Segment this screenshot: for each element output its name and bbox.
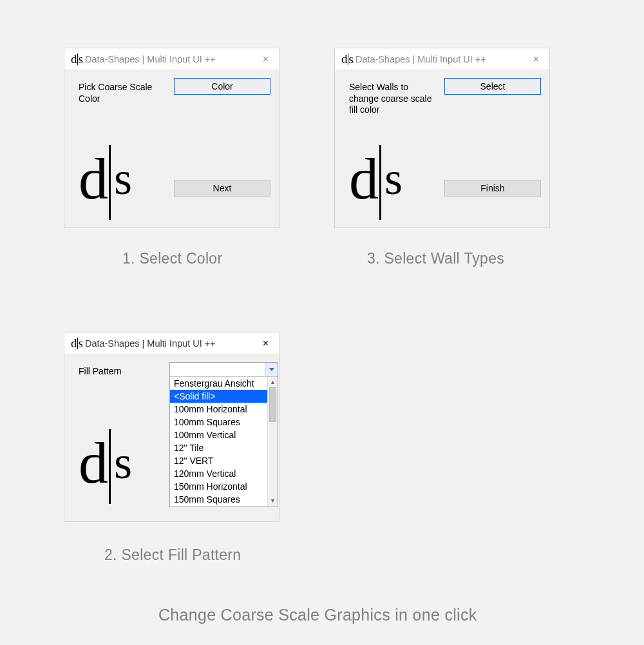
finish-button-label: Finish <box>480 183 504 193</box>
dropdown-item[interactable]: 120mm Vertical <box>170 467 278 480</box>
dialog-fill-pattern: ds Data-Shapes | Multi Input UI ++ × Fil… <box>64 332 279 522</box>
dropdown-item[interactable]: 100mm Squares <box>170 416 278 428</box>
dropdown-item[interactable]: 12" Tile <box>170 441 278 454</box>
scroll-down-icon[interactable]: ▼ <box>268 496 278 506</box>
dialog-title: Data-Shapes | Multi Input UI ++ <box>85 54 216 64</box>
finish-button[interactable]: Finish <box>444 180 541 197</box>
dropdown-item[interactable]: <Solid fill> <box>170 390 278 403</box>
dialog-title: Data-Shapes | Multi Input UI ++ <box>85 338 216 349</box>
dialog-body: Pick Coarse Scale Color Color ds Next <box>64 70 279 227</box>
dropdown-list[interactable]: Fenstergrau Ansicht<Solid fill>100mm Hor… <box>170 377 278 506</box>
dropdown-item[interactable]: 12" VERT <box>170 454 278 467</box>
ds-logo-icon: ds <box>71 52 82 66</box>
caption-step1: 1. Select Color <box>122 250 222 267</box>
ds-logo-icon: ds <box>79 141 132 216</box>
close-icon[interactable]: × <box>259 335 272 352</box>
dialog-body: Fill Pattern ds Fenstergrau Ansicht<Soli… <box>64 354 279 521</box>
dropdown-top[interactable] <box>170 363 278 377</box>
ds-logo-icon: ds <box>79 425 132 500</box>
caption-step2: 2. Select Fill Pattern <box>104 546 241 564</box>
ds-logo-icon: ds <box>341 52 353 66</box>
select-button[interactable]: Select <box>444 78 541 95</box>
dialog-titlebar: ds Data-Shapes | Multi Input UI ++ × <box>335 48 549 70</box>
dialog-body: Select Walls to change coarse scale fill… <box>335 70 549 227</box>
dialog-select-walls: ds Data-Shapes | Multi Input UI ++ × Sel… <box>334 48 550 228</box>
caption-step3: 3. Select Wall Types <box>367 250 504 267</box>
color-button-label: Color <box>211 81 232 91</box>
prompt-label: Pick Coarse Scale Color <box>79 82 162 104</box>
prompt-label: Fill Pattern <box>79 366 162 378</box>
next-button-label: Next <box>213 183 232 193</box>
dialog-select-color: ds Data-Shapes | Multi Input UI ++ × Pic… <box>64 48 279 228</box>
footer-caption: Change Coarse Scale Graphics in one clic… <box>158 606 477 624</box>
close-icon[interactable]: × <box>259 51 272 68</box>
dropdown-item[interactable]: 150mm Horizontal <box>170 480 278 493</box>
ds-logo-icon: ds <box>71 336 82 351</box>
fill-pattern-dropdown[interactable]: Fenstergrau Ansicht<Solid fill>100mm Hor… <box>169 362 278 507</box>
select-button-label: Select <box>480 81 506 91</box>
ds-logo-icon: ds <box>349 141 402 216</box>
color-button[interactable]: Color <box>174 78 270 95</box>
scroll-thumb[interactable] <box>269 387 276 422</box>
prompt-label: Select Walls to change coarse scale fill… <box>349 82 433 116</box>
dialog-title: Data-Shapes | Multi Input UI ++ <box>355 54 486 64</box>
dropdown-item[interactable]: Fenstergrau Ansicht <box>170 377 278 390</box>
next-button[interactable]: Next <box>174 180 270 197</box>
dropdown-item[interactable]: 150mm Squares <box>170 493 278 506</box>
close-icon[interactable]: × <box>529 51 543 68</box>
dropdown-item[interactable]: 100mm Horizontal <box>170 403 278 416</box>
dropdown-item[interactable]: 100mm Vertical <box>170 428 278 441</box>
dialog-titlebar: ds Data-Shapes | Multi Input UI ++ × <box>64 48 279 70</box>
dialog-titlebar: ds Data-Shapes | Multi Input UI ++ × <box>64 332 279 354</box>
scrollbar[interactable]: ▲ ▼ <box>267 377 278 506</box>
scroll-up-icon[interactable]: ▲ <box>268 377 278 387</box>
chevron-down-icon[interactable] <box>265 363 278 376</box>
